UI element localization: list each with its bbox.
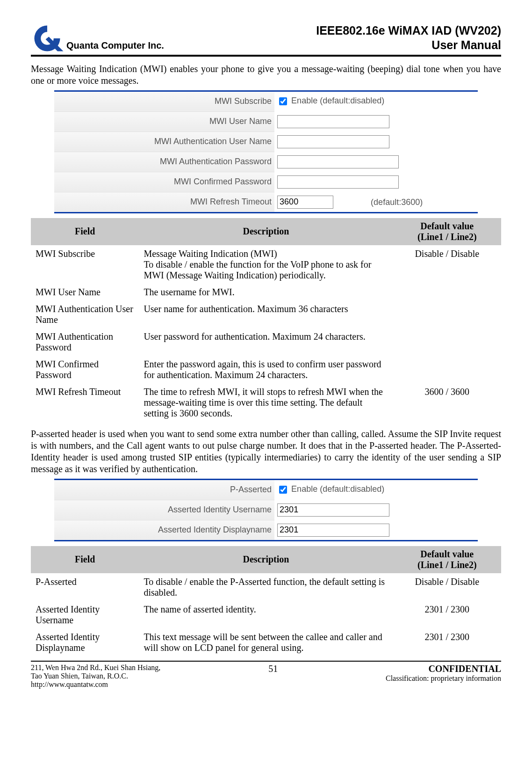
table-row: MWI Authentication Password [31,328,139,356]
mwi-subscribe-text: Enable (default:disabled) [291,96,384,105]
p-asserted-checkbox[interactable] [279,486,287,494]
header-divider [31,55,501,57]
company-name: Quanta Computer Inc. [66,40,164,53]
mwi-auth-pass-input[interactable] [277,155,399,168]
table-row: Asserted Identity Username [31,601,139,628]
classification-label: Classification: proprietary information [386,674,501,683]
mwi-auth-user-input[interactable] [277,135,389,148]
mwi-subscribe-checkbox[interactable] [279,97,287,105]
mwi-auth-user-label: MWI Authentication User Name [54,131,274,152]
mwi-refresh-hint: (default:3600) [371,197,423,206]
table-row: P-Asserted [31,573,139,601]
mwi-conf-pass-input[interactable] [277,175,399,189]
table-row: MWI Confirmed Password [31,356,139,383]
table-row: Asserted Identity Displayname [31,628,139,656]
mwi-refresh-label: MWI Refresh Timeout [54,192,274,212]
mwi-subscribe-label: MWI Subscribe [54,91,274,111]
table-row: MWI User Name [31,284,139,300]
asserted-username-input[interactable] [277,503,389,517]
asserted-displayname-label: Asserted Identity Displayname [54,520,274,540]
p-asserted-description-table: Field Description Default value(Line1 / … [31,546,501,656]
footer-url: http://www.quantatw.com [31,680,160,689]
p-asserted-intro-text: P-asserted header is used when you want … [31,428,501,475]
table-row: MWI Refresh Timeout [31,383,139,422]
p-asserted-text: Enable (default:disabled) [291,484,384,494]
col-desc-header: Description [139,218,393,246]
col-field-header: Field [31,218,139,246]
mwi-user-name-label: MWI User Name [54,111,274,131]
mwi-auth-pass-label: MWI Authentication Password [54,152,274,172]
p-asserted-label: P-Asserted [54,479,274,500]
footer-divider [31,661,501,662]
mwi-intro-text: Message Waiting Indication (MWI) enables… [31,63,501,87]
footer-address-1: 211, Wen Hwa 2nd Rd., Kuei Shan Hsiang, [31,664,160,672]
p-asserted-form-table: P-Asserted Enable (default:disabled) Ass… [54,479,477,541]
page-number: 51 [268,664,278,691]
table-row: MWI Subscribe [31,245,139,284]
mwi-conf-pass-label: MWI Confirmed Password [54,172,274,192]
mwi-description-table: Field Description Default value(Line1 / … [31,218,501,422]
asserted-displayname-input[interactable] [277,524,389,537]
col-def-header: Default value(Line1 / Line2) [393,218,501,246]
logo-group: Quanta Computer Inc. [31,24,164,53]
footer-address-2: Tao Yuan Shien, Taiwan, R.O.C. [31,672,160,680]
mwi-user-name-input[interactable] [277,115,389,128]
table-row: MWI Authentication User Name [31,300,139,328]
mwi-refresh-input[interactable] [277,196,333,209]
confidential-label: CONFIDENTIAL [386,664,501,674]
quanta-logo-icon [31,24,64,53]
asserted-username-label: Asserted Identity Username [54,500,274,520]
document-title: IEEE802.16e WiMAX IAD (WV202) User Manua… [316,23,501,53]
mwi-form-table: MWI Subscribe Enable (default:disabled) … [54,90,477,213]
page-footer: 211, Wen Hwa 2nd Rd., Kuei Shan Hsiang, … [31,664,501,691]
